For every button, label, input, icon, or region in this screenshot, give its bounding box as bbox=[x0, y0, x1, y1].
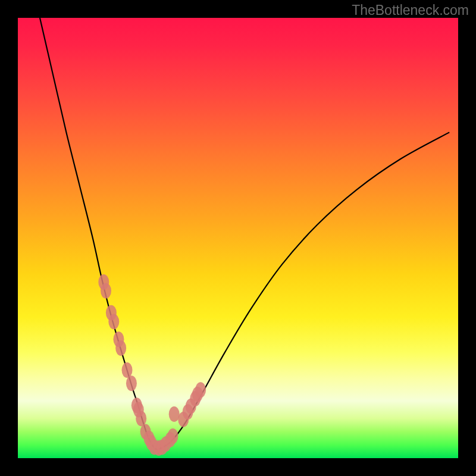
curve-marker bbox=[108, 314, 119, 330]
curve-marker bbox=[169, 406, 180, 422]
curve-marker bbox=[115, 340, 126, 356]
chart-svg bbox=[18, 18, 458, 458]
curve-markers bbox=[98, 274, 206, 456]
curve-marker bbox=[126, 375, 137, 391]
watermark-text: TheBottleneck.com bbox=[352, 2, 469, 18]
curve-marker bbox=[136, 411, 146, 426]
bottleneck-curve bbox=[40, 18, 449, 449]
curve-marker bbox=[167, 428, 178, 444]
curve-marker bbox=[122, 362, 133, 378]
chart-frame: TheBottleneck.com bbox=[0, 0, 476, 476]
chart-plot-area bbox=[18, 18, 458, 458]
curve-marker bbox=[195, 382, 206, 397]
curve-marker bbox=[101, 283, 111, 299]
